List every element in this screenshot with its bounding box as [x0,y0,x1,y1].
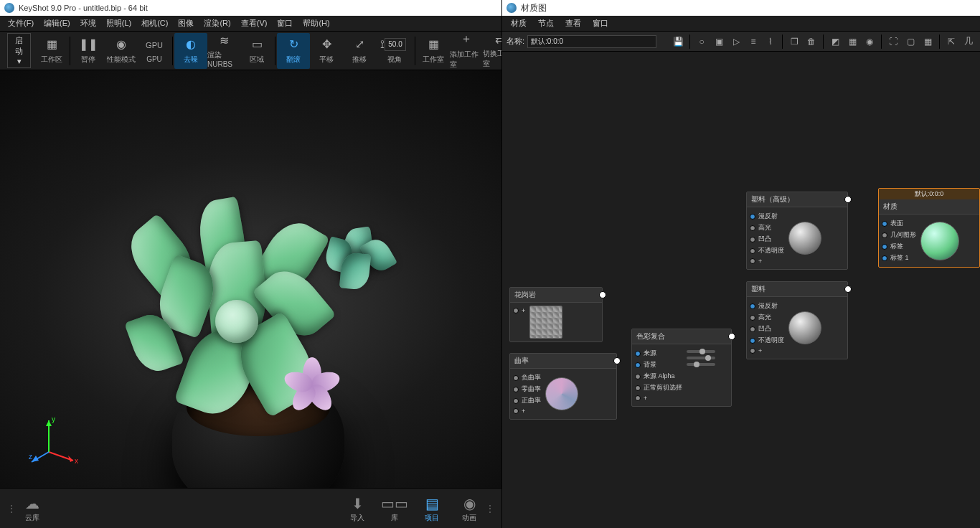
menu-item[interactable]: 窗口 [272,18,298,29]
panel-项目[interactable]: ▤项目 [417,491,447,526]
menu-item[interactable]: 查看 [560,18,587,29]
node-input[interactable]: 漫反射 [750,301,784,311]
node-granite[interactable]: 花岗岩 + [509,287,603,342]
node-input[interactable]: 标签 1 [882,253,916,263]
node-input[interactable]: + [513,307,525,314]
panel-right-arrow-icon[interactable]: ⋮ [484,503,496,514]
node-input[interactable]: + [750,347,784,354]
node-graph-canvas[interactable]: 花岗岩 + 曲率 负曲率零曲率正曲率+ 色彩复合 来源背景来源 Alpha正常剪… [502,52,980,528]
save-icon[interactable]: 💾 [671,34,685,49]
settings-icon[interactable]: ≡ [746,34,760,49]
node-input[interactable]: 背景 [635,360,682,369]
tool-视角[interactable]: ⟟50.0视角 [376,33,413,69]
tool-工作室[interactable]: ▦工作室 [417,33,450,69]
node-input[interactable]: + [513,407,541,415]
node-curvature[interactable]: 曲率 负曲率零曲率正曲率+ [509,353,617,420]
tool-平移[interactable]: ✥平移 [310,33,343,69]
material-name-input[interactable] [527,35,656,48]
search-icon[interactable]: ○ [694,34,709,49]
tool-渲染 NURBS[interactable]: ≋渲染 NURBS [207,33,240,69]
node-input[interactable]: 正曲率 [513,396,541,405]
panel-left-arrow-icon[interactable]: ⋮ [6,503,17,514]
fit-icon[interactable]: ▣ [712,34,726,49]
node-material-icon[interactable]: ◩ [828,34,842,49]
node-input[interactable]: 不透明度 [750,336,784,345]
menu-item[interactable]: 照明(L) [101,18,136,29]
copy-icon[interactable]: ❐ [787,34,801,49]
menu-item[interactable]: 帮助(H) [298,18,334,29]
panel-云库[interactable]: ☁云库 [17,491,47,526]
geometry-icon[interactable]: 几 [961,34,976,49]
launch-button[interactable]: 启动 ▾ [7,33,31,68]
menu-item[interactable]: 节点 [532,18,560,29]
node-input[interactable]: 零曲率 [513,385,541,394]
node-input[interactable]: 标签 [882,242,916,251]
node-input[interactable]: 来源 Alpha [635,372,682,381]
expand-icon[interactable]: ⛶ [886,34,900,49]
menu-item[interactable]: 相机(C) [136,18,173,29]
panel-动画[interactable]: ◉动画 [454,491,484,526]
bottom-panel-bar: ⋮ ☁云库 ⬇导入▭▭库▤项目◉动画 ⋮ [0,488,501,528]
node-plastic-advanced[interactable]: 塑料（高级） 漫反射高光凹凸不透明度+ [746,192,848,270]
delete-icon[interactable]: 🗑 [804,34,819,49]
grid-icon[interactable]: ▦ [920,34,935,49]
tool-翻滚[interactable]: ↻翻滚 [277,33,310,69]
tree-icon[interactable]: ⌇ [763,34,778,49]
node-input[interactable]: 负曲率 [513,373,541,382]
svg-marker-7 [32,456,39,462]
main-titlebar: KeyShot 9.0 Pro - untitled.bip - 64 bit [0,0,501,16]
material-menubar[interactable]: 材质节点查看窗口 [502,16,980,32]
node-input[interactable]: 高光 [750,223,784,232]
panel-导入[interactable]: ⬇导入 [342,491,372,526]
node-input[interactable]: 高光 [750,313,784,322]
node-wires [502,52,717,159]
plastic-adv-thumb-icon [788,222,821,255]
node-texture-icon[interactable]: ▦ [845,34,859,49]
render-viewport[interactable]: x y z [0,70,501,488]
menu-item[interactable]: 窗口 [587,18,614,29]
menu-item[interactable]: 编辑(E) [39,18,75,29]
rendered-small-succulent [323,221,402,293]
node-input[interactable]: 凹凸 [750,235,784,244]
material-graph-titlebar: 材质图 [502,0,980,16]
node-utility-icon[interactable]: ◉ [862,34,877,49]
tool-工作区[interactable]: ▦工作区 [35,33,68,69]
svg-marker-4 [46,420,52,426]
tool-性能模式[interactable]: ◉性能模式 [105,33,138,69]
menu-item[interactable]: 材质 [505,18,532,29]
node-input[interactable]: + [750,258,784,265]
node-input[interactable]: 正常剪切选择 [635,383,682,392]
axis-gizmo[interactable]: x y z [29,416,79,466]
tool-暂停[interactable]: ❚❚暂停 [72,33,105,69]
menu-item[interactable]: 环境 [75,18,101,29]
app-title: KeyShot 9.0 Pro - untitled.bip - 64 bit [19,4,148,12]
tool-区域[interactable]: ▭区域 [240,33,273,69]
tool-添加工作室[interactable]: ＋添加工作室 [450,33,483,69]
node-input[interactable]: + [635,395,682,402]
menu-item[interactable]: 渲染(R) [199,18,235,29]
node-input[interactable]: 来源 [635,349,682,358]
node-plastic[interactable]: 塑料 漫反射高光凹凸不透明度+ [746,281,848,359]
main-menubar[interactable]: 文件(F)编辑(E)环境照明(L)相机(C)图像渲染(R)查看(V)窗口帮助(H… [0,16,501,32]
menu-item[interactable]: 查看(V) [236,18,273,29]
tool-GPU[interactable]: GPUGPU [138,33,171,69]
menu-item[interactable]: 文件(F) [3,18,39,29]
material-output-header: 默认:0:0:0 [879,189,979,199]
plastic-thumb-icon [788,311,821,344]
node-input[interactable]: 凹凸 [750,324,784,334]
frame-icon[interactable]: ▢ [903,34,918,49]
node-color-composite[interactable]: 色彩复合 来源背景来源 Alpha正常剪切选择+ [631,329,732,407]
menu-item[interactable]: 图像 [173,18,199,29]
share-icon[interactable]: ⇱ [944,34,958,49]
node-input[interactable]: 不透明度 [750,246,784,255]
panel-库[interactable]: ▭▭库 [380,491,410,526]
tool-去噪[interactable]: ◐去噪 [174,33,207,69]
node-input[interactable]: 几何图形 [882,230,916,240]
node-input[interactable]: 漫反射 [750,212,784,221]
play-icon[interactable]: ▷ [729,34,743,49]
node-material-output[interactable]: 默认:0:0:0 材质 表面几何图形标签标签 1 [878,188,980,268]
tool-推移[interactable]: ⤢推移 [343,33,376,69]
node-input[interactable]: 表面 [882,219,916,228]
material-graph-title: 材质图 [521,2,547,14]
svg-text:y: y [52,415,55,423]
